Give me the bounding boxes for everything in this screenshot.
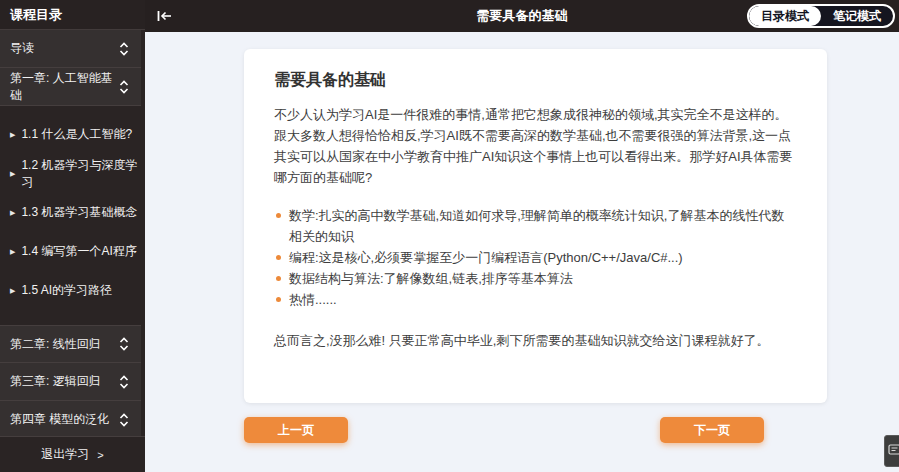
sidebar-item-label: 第二章: 线性回归 bbox=[10, 336, 101, 353]
sidebar-subitem-label: 1.2 机器学习与深度学习 bbox=[21, 157, 145, 191]
lesson-card: 需要具备的基础 不少人认为学习AI是一件很难的事情,通常把它想象成很神秘的领域,… bbox=[244, 49, 827, 403]
chevron-right-icon: > bbox=[97, 449, 103, 461]
lesson-conclusion: 总而言之,没那么难! 只要正常高中毕业,剩下所需要的基础知识就交给这门课程就好了… bbox=[274, 330, 797, 351]
sidebar-subitem-1-3[interactable]: ▶ 1.3 机器学习基础概念 bbox=[0, 193, 145, 232]
list-item: 编程:这是核心,必须要掌握至少一门编程语言(Python/C++/Java/C#… bbox=[274, 247, 797, 268]
triangle-right-icon: ▶ bbox=[10, 287, 15, 294]
note-mode-button[interactable]: 笔记模式 bbox=[821, 6, 893, 26]
sidebar-item-chapter2[interactable]: 第二章: 线性回归 bbox=[0, 325, 141, 363]
prerequisite-list: 数学:扎实的高中数学基础,知道如何求导,理解简单的概率统计知识,了解基本的线性代… bbox=[274, 205, 797, 310]
sidebar-subitem-label: 1.5 AI的学习路径 bbox=[21, 282, 112, 299]
sidebar-subitem-1-1[interactable]: ▶ 1.1 什么是人工智能? bbox=[0, 115, 145, 154]
list-item: 数据结构与算法:了解像数组,链表,排序等基本算法 bbox=[274, 268, 797, 289]
prev-page-button[interactable]: 上一页 bbox=[244, 417, 348, 443]
content-area: 需要具备的基础 不少人认为学习AI是一件很难的事情,通常把它想象成很神秘的领域,… bbox=[145, 32, 899, 472]
topbar: 需要具备的基础 目录模式 笔记模式 bbox=[145, 0, 899, 32]
next-page-button[interactable]: 下一页 bbox=[660, 417, 764, 443]
collapse-sidebar-icon[interactable] bbox=[155, 8, 174, 24]
chevron-updown-icon bbox=[119, 337, 129, 351]
sidebar-item-label: 第一章: 人工智能基础 bbox=[10, 70, 119, 104]
sidebar-item-label: 第四章 模型的泛化 bbox=[10, 411, 109, 428]
sidebar-item-label: 导读 bbox=[10, 40, 34, 57]
sidebar-subitem-label: 1.3 机器学习基础概念 bbox=[21, 204, 137, 221]
list-item: 热情...... bbox=[274, 289, 797, 310]
sidebar-item-chapter3[interactable]: 第三章: 逻辑回归 bbox=[0, 363, 141, 401]
chevron-updown-icon bbox=[119, 42, 129, 56]
sidebar-title: 课程目录 bbox=[0, 0, 145, 30]
toc-mode-button[interactable]: 目录模式 bbox=[749, 6, 821, 26]
note-button[interactable] bbox=[884, 435, 899, 467]
sidebar-item-intro[interactable]: 导读 bbox=[0, 30, 141, 68]
note-icon bbox=[888, 443, 899, 459]
triangle-right-icon: ▶ bbox=[10, 209, 15, 216]
sidebar-subitem-1-5[interactable]: ▶ 1.5 AI的学习路径 bbox=[0, 271, 145, 310]
sidebar-subitem-1-4[interactable]: ▶ 1.4 编写第一个AI程序 bbox=[0, 232, 145, 271]
chevron-updown-icon bbox=[119, 413, 129, 427]
sidebar-nav: 导读 第一章: 人工智能基础 ▶ 1.1 什么是人工智能? ▶ 1.2 机器学习… bbox=[0, 30, 145, 436]
triangle-right-icon: ▶ bbox=[10, 131, 15, 138]
sidebar: 课程目录 导读 第一章: 人工智能基础 ▶ 1.1 什么是人工智能? ▶ 1.2… bbox=[0, 0, 145, 472]
sidebar-sublist: ▶ 1.1 什么是人工智能? ▶ 1.2 机器学习与深度学习 ▶ 1.3 机器学… bbox=[0, 106, 145, 325]
lesson-intro: 不少人认为学习AI是一件很难的事情,通常把它想象成很神秘的领域,其实完全不是这样… bbox=[274, 104, 797, 188]
exit-course-label: 退出学习 bbox=[41, 446, 89, 463]
sidebar-subitem-label: 1.4 编写第一个AI程序 bbox=[21, 243, 136, 260]
chevron-updown-icon bbox=[119, 80, 129, 94]
exit-course-button[interactable]: 退出学习 > bbox=[0, 436, 145, 472]
triangle-right-icon: ▶ bbox=[10, 170, 15, 177]
chevron-updown-icon bbox=[119, 375, 129, 389]
list-item: 数学:扎实的高中数学基础,知道如何求导,理解简单的概率统计知识,了解基本的线性代… bbox=[274, 205, 797, 247]
lesson-title: 需要具备的基础 bbox=[274, 70, 797, 91]
sidebar-item-chapter1[interactable]: 第一章: 人工智能基础 bbox=[0, 68, 141, 106]
sidebar-item-label: 第三章: 逻辑回归 bbox=[10, 373, 101, 390]
triangle-right-icon: ▶ bbox=[10, 248, 15, 255]
mode-toggle: 目录模式 笔记模式 bbox=[747, 4, 895, 28]
sidebar-subitem-1-2[interactable]: ▶ 1.2 机器学习与深度学习 bbox=[0, 154, 145, 193]
sidebar-subitem-label: 1.1 什么是人工智能? bbox=[21, 126, 132, 143]
sidebar-item-chapter4[interactable]: 第四章 模型的泛化 bbox=[0, 401, 141, 436]
pager: 上一页 下一页 bbox=[244, 417, 764, 443]
